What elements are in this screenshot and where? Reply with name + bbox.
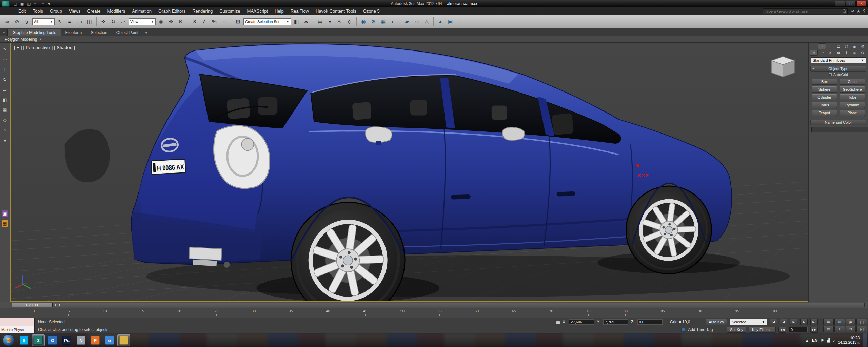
macro-recorder-pane[interactable]	[0, 318, 34, 326]
orbit-icon[interactable]: ↻	[846, 326, 856, 332]
maximize-viewport-icon[interactable]: ◱	[856, 326, 867, 332]
orange-plugin-icon[interactable]: ▦	[2, 220, 8, 227]
object-type-button[interactable]: Cylinder	[812, 94, 837, 100]
time-slider-track[interactable]: 0 / 100 ◀ ▶	[12, 303, 865, 307]
move-tool-icon[interactable]: ✛	[2, 66, 8, 73]
unlink-selection-icon[interactable]: ⊘	[13, 17, 21, 26]
timeline-tick[interactable]: 40	[326, 309, 330, 316]
play-button[interactable]: ▶	[790, 319, 797, 325]
volume-icon[interactable]: ♪	[833, 338, 835, 342]
track-bar[interactable]: 0510152025303540455055606570758085909510…	[0, 308, 868, 318]
scale-tool-icon[interactable]: ▱	[2, 86, 8, 93]
timeline-tick[interactable]: 5	[68, 309, 70, 316]
marquee-tool-icon[interactable]: ▭	[2, 56, 8, 62]
curve-editor-icon[interactable]: ∿	[335, 17, 344, 26]
create-tab-icon[interactable]: +	[818, 43, 826, 49]
timeline-tick[interactable]: 30	[252, 309, 256, 316]
systems-category-icon[interactable]: ⚙	[859, 50, 867, 56]
pan-icon[interactable]: ✛	[834, 326, 845, 332]
timeline-tick[interactable]: 70	[549, 309, 553, 316]
object-type-button[interactable]: Sphere	[812, 86, 837, 93]
timeline-tick[interactable]: 100	[772, 309, 778, 316]
window-crossing-icon[interactable]: ◫	[85, 17, 94, 26]
object-type-button[interactable]: Pyramid	[840, 102, 865, 108]
select-and-rotate-icon[interactable]: ↻	[109, 17, 118, 26]
ribbon-tab-object-paint[interactable]: Object Paint	[112, 29, 143, 36]
menu-item[interactable]: Ozone 5	[360, 8, 383, 14]
taskbar-app-notepad[interactable]: N	[75, 334, 87, 346]
timeline-tick[interactable]: 75	[586, 309, 590, 316]
object-type-button[interactable]: Cone	[840, 79, 865, 85]
space-warps-category-icon[interactable]: ≈	[851, 50, 859, 56]
menu-item[interactable]: Modifiers	[104, 8, 129, 14]
viewport-label[interactable]: [ + ] [ Perspective ] [ Shaded ]	[14, 45, 75, 50]
object-name-input[interactable]	[811, 127, 868, 132]
select-arrow-icon[interactable]: ↖	[2, 45, 8, 52]
realflow-emitter-icon[interactable]: △	[422, 17, 431, 26]
search-icon[interactable]	[843, 9, 846, 13]
timeline-tick[interactable]: 25	[214, 309, 218, 316]
layer-manager-icon[interactable]: ▤	[316, 17, 324, 26]
menu-item[interactable]: MAXScript	[244, 8, 271, 14]
object-type-button[interactable]: Teapot	[812, 110, 837, 116]
taskbar-app-photoshop[interactable]: Ps	[60, 334, 73, 346]
realflow-tool-icon[interactable]: ▰	[402, 17, 411, 26]
named-selection-set-combo[interactable]: Create Selection Set▼	[243, 18, 291, 25]
render-setup-icon[interactable]: ⚙	[369, 17, 378, 26]
purple-plugin-icon[interactable]: ▣	[2, 210, 8, 217]
add-time-tag[interactable]: Add Time Tag	[688, 327, 713, 332]
new-file-icon[interactable]: ▢	[13, 1, 18, 6]
auto-key-button[interactable]: Auto Key	[706, 319, 727, 325]
ribbon-tab-graphite[interactable]: Graphite Modeling Tools	[7, 29, 61, 36]
maximize-button[interactable]: □	[846, 1, 856, 6]
cameras-category-icon[interactable]: ◙	[834, 50, 842, 56]
timeline-tick[interactable]: 55	[437, 309, 441, 316]
spinner-snap-toggle-icon[interactable]: ↕	[220, 17, 229, 26]
havok-tool-icon[interactable]: ▲	[436, 17, 445, 26]
object-type-rollout-header[interactable]: − Object Type	[810, 66, 866, 72]
select-and-move-icon[interactable]: ✛	[99, 17, 108, 26]
frame-back-icon[interactable]: ◀	[53, 303, 57, 306]
sphere-tool-icon[interactable]: ○	[2, 127, 8, 134]
viewcube[interactable]	[771, 57, 794, 77]
mirror-icon[interactable]: ◧	[292, 17, 301, 26]
minimize-button[interactable]: –	[835, 1, 845, 6]
render-production-icon[interactable]: ◐	[389, 17, 397, 26]
save-file-icon[interactable]: ◫	[26, 1, 32, 6]
dark-mesh-part[interactable]	[65, 129, 110, 182]
mirror-tool-icon[interactable]: ◧	[2, 96, 8, 103]
use-pivot-point-center-icon[interactable]: ◎	[157, 17, 165, 26]
network-icon[interactable]: ▟	[827, 338, 830, 343]
tray-clock[interactable]: 16:23 14.12.2013 г.	[838, 336, 860, 345]
menu-item[interactable]: Create	[84, 8, 104, 14]
material-editor-icon[interactable]: ◉	[359, 17, 368, 26]
previous-key-button[interactable]: ◀◀	[778, 327, 786, 333]
hierarchy-tab-icon[interactable]: ≣	[834, 43, 842, 49]
schematic-view-icon[interactable]: ◇	[345, 17, 354, 26]
close-button[interactable]: ×	[856, 1, 867, 6]
align-icon[interactable]: ≍	[302, 17, 311, 26]
geometry-category-icon[interactable]: ○	[810, 50, 818, 56]
bind-to-space-warp-icon[interactable]: §	[22, 17, 31, 26]
reference-coordinate-dropdown[interactable]: View▼	[129, 18, 156, 25]
selection-lock-icon[interactable]	[556, 321, 560, 324]
menu-item[interactable]: Animation	[129, 8, 155, 14]
field-of-view-icon[interactable]: ▤	[823, 326, 834, 332]
time-slider-value[interactable]: 0 / 100	[12, 303, 53, 307]
menu-item[interactable]: Views	[65, 8, 84, 14]
shape-tool-icon[interactable]: ◇	[2, 117, 8, 123]
utilities-tab-icon[interactable]: ⚙	[859, 43, 867, 49]
menu-item[interactable]: Customize	[216, 8, 243, 14]
taskbar-app-skype[interactable]: S	[18, 334, 31, 346]
keyboard-shortcut-override-icon[interactable]: K	[176, 17, 185, 26]
help-icon[interactable]: ?	[863, 9, 865, 14]
grid-tool-icon[interactable]: ▦	[2, 106, 8, 113]
menu-item[interactable]: Tools	[29, 8, 46, 14]
snaps-toggle-icon[interactable]: 3	[190, 17, 199, 26]
taskbar-app-firefox[interactable]: F	[89, 334, 102, 346]
ozone-tool-icon[interactable]: ◌	[456, 17, 465, 26]
maxscript-mini-listener[interactable]: Max to Physc.	[0, 318, 35, 333]
realflow-mesh-icon[interactable]: ▱	[412, 17, 421, 26]
favorites-icon[interactable]: ★	[857, 9, 861, 14]
action-center-icon[interactable]: ⚑	[821, 338, 824, 343]
